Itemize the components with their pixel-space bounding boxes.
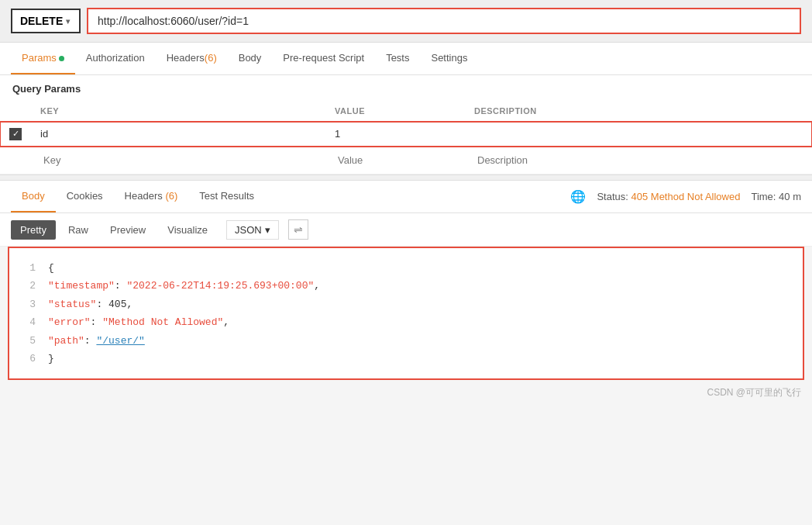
watermark: CSDN @可可里的飞行 xyxy=(0,380,812,406)
row-value-input[interactable] xyxy=(332,125,459,143)
tab-headers[interactable]: Headers(6) xyxy=(156,43,228,74)
url-input[interactable] xyxy=(87,8,801,34)
method-button[interactable]: DELETE ▾ xyxy=(11,9,81,33)
time-value: 40 m xyxy=(779,191,801,202)
pretty-button[interactable]: Pretty xyxy=(11,220,56,240)
value-header: VALUE xyxy=(325,101,465,122)
line-num-1: 1 xyxy=(22,259,36,277)
row-key-input[interactable] xyxy=(37,125,319,143)
line-num-4: 4 xyxy=(22,313,36,331)
response-format-bar: Pretty Raw Preview Visualize JSON ▾ ⇌ xyxy=(0,213,812,247)
resp-tab-test-results[interactable]: Test Results xyxy=(188,181,265,212)
params-placeholder-row xyxy=(0,147,812,174)
tab-pre-request-script[interactable]: Pre-request Script xyxy=(272,43,375,74)
code-text-2: "timestamp": "2022-06-22T14:19:25.693+00… xyxy=(48,277,320,295)
code-text-6: } xyxy=(48,350,54,368)
tab-settings[interactable]: Settings xyxy=(420,43,478,74)
section-divider xyxy=(0,174,812,181)
globe-icon: 🌐 xyxy=(570,189,586,204)
status-value: 405 Method Not Allowed xyxy=(631,191,741,202)
line-num-6: 6 xyxy=(22,350,36,368)
visualize-button[interactable]: Visualize xyxy=(158,220,217,240)
tab-body[interactable]: Body xyxy=(228,43,273,74)
raw-button[interactable]: Raw xyxy=(59,220,98,240)
row-key-cell xyxy=(31,122,325,147)
time-label: Time: 40 m xyxy=(751,191,801,202)
row-checkbox-cell: ✓ xyxy=(0,122,31,147)
format-chevron: ▾ xyxy=(265,224,270,236)
response-status-area: 🌐 Status: 405 Method Not Allowed Time: 4… xyxy=(570,189,801,204)
placeholder-description-cell xyxy=(465,147,812,174)
response-code-block: 1 { 2 "timestamp": "2022-06-22T14:19:25.… xyxy=(8,247,804,380)
placeholder-description-input[interactable] xyxy=(474,151,803,169)
table-row: ✓ xyxy=(0,122,812,147)
status-label: Status: 405 Method Not Allowed xyxy=(597,191,740,202)
placeholder-key-input[interactable] xyxy=(40,151,316,169)
resp-tab-cookies[interactable]: Cookies xyxy=(56,181,114,212)
code-line-6: 6 } xyxy=(22,350,790,368)
code-text-1: { xyxy=(48,259,54,277)
wrap-icon[interactable]: ⇌ xyxy=(288,219,308,240)
tab-authorization[interactable]: Authorization xyxy=(75,43,156,74)
params-dot xyxy=(59,56,64,61)
code-line-2: 2 "timestamp": "2022-06-22T14:19:25.693+… xyxy=(22,277,790,295)
placeholder-value-cell xyxy=(325,147,465,174)
placeholder-key-cell xyxy=(31,147,325,174)
line-num-5: 5 xyxy=(22,332,36,350)
row-description-cell xyxy=(465,122,812,147)
tab-params[interactable]: Params xyxy=(11,43,75,74)
method-label: DELETE xyxy=(20,15,63,27)
method-chevron: ▾ xyxy=(66,17,70,26)
checkbox-header-cell xyxy=(0,101,31,122)
description-header: DESCRIPTION xyxy=(465,101,812,122)
params-table-header: KEY VALUE DESCRIPTION xyxy=(0,101,812,122)
code-text-4: "error": "Method Not Allowed", xyxy=(48,313,229,331)
format-label: JSON xyxy=(235,224,262,236)
row-checkbox[interactable]: ✓ xyxy=(9,128,22,140)
code-line-5: 5 "path": "/user/" xyxy=(22,332,790,350)
line-num-3: 3 xyxy=(22,295,36,313)
tab-tests[interactable]: Tests xyxy=(375,43,420,74)
code-line-1: 1 { xyxy=(22,259,790,277)
response-tabs-bar: Body Cookies Headers (6) Test Results 🌐 … xyxy=(0,181,812,213)
code-text-3: "status": 405, xyxy=(48,295,132,313)
code-line-4: 4 "error": "Method Not Allowed", xyxy=(22,313,790,331)
placeholder-checkbox-cell xyxy=(0,147,31,174)
placeholder-value-input[interactable] xyxy=(335,151,456,169)
row-description-input[interactable] xyxy=(471,125,806,143)
row-value-cell xyxy=(325,122,465,147)
query-params-label: Query Params xyxy=(0,75,812,101)
format-selector[interactable]: JSON ▾ xyxy=(226,220,279,240)
line-num-2: 2 xyxy=(22,277,36,295)
params-table: KEY VALUE DESCRIPTION ✓ xyxy=(0,101,812,174)
request-tabs-bar: Params Authorization Headers(6) Body Pre… xyxy=(0,43,812,75)
resp-tab-body[interactable]: Body xyxy=(11,181,56,212)
code-line-3: 3 "status": 405, xyxy=(22,295,790,313)
top-bar: DELETE ▾ xyxy=(0,0,812,43)
preview-button[interactable]: Preview xyxy=(101,220,155,240)
key-header: KEY xyxy=(31,101,325,122)
resp-tab-headers[interactable]: Headers (6) xyxy=(114,181,189,212)
code-text-5: "path": "/user/" xyxy=(48,332,145,350)
